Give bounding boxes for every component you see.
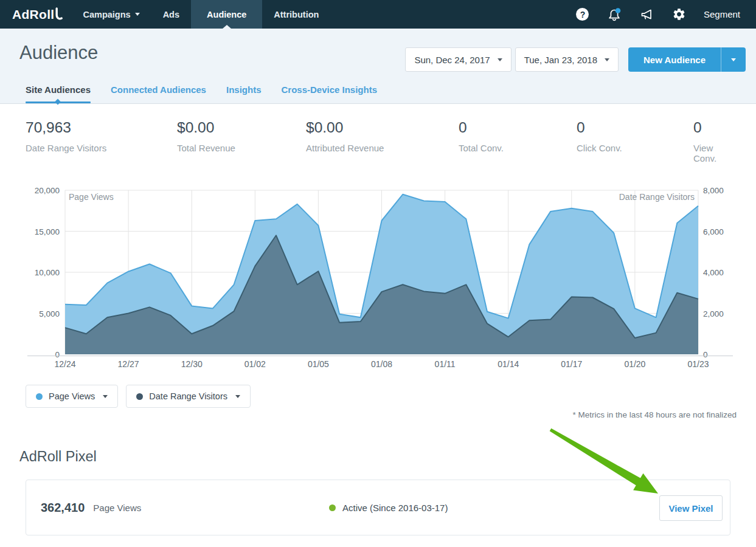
x-axis-tick: 01/14 (498, 359, 519, 369)
stat-label: View Conv. (693, 143, 737, 163)
y-axis-tick-left: 0 (55, 350, 60, 359)
stat-value: $0.00 (306, 119, 459, 136)
y-axis-tick-left: 15,000 (35, 227, 60, 236)
right-axis-title: Date Range Visitors (619, 192, 695, 202)
chevron-down-icon (235, 395, 240, 398)
nav-item-label: Ads (163, 10, 179, 19)
adroll-pixel-heading: AdRoll Pixel (19, 449, 97, 465)
notification-badge (616, 8, 621, 13)
active-status-dot-icon (329, 504, 336, 511)
x-axis-tick: 01/02 (244, 359, 266, 369)
announcements-megaphone-icon[interactable] (639, 7, 655, 22)
y-axis-tick-right: 2,000 (703, 309, 724, 318)
new-audience-dropdown-button[interactable] (721, 47, 746, 72)
stats-row: 70,963 Date Range Visitors $0.00 Total R… (0, 119, 756, 163)
stat-click-conv: 0 Click Conv. (577, 119, 693, 163)
stat-date-range-visitors: 70,963 Date Range Visitors (26, 119, 177, 163)
stat-label: Click Conv. (577, 143, 693, 153)
x-axis-tick: 01/20 (624, 359, 645, 369)
stat-total-revenue: $0.00 Total Revenue (177, 119, 306, 163)
nav-item-label: Attribution (274, 10, 319, 19)
legend-page-views[interactable]: Page Views (26, 385, 118, 408)
adroll-logo[interactable]: AdRoll (12, 0, 63, 29)
view-pixel-button[interactable]: View Pixel (659, 495, 723, 521)
adroll-logo-text: AdRoll (12, 7, 54, 22)
chart-legend: Page Views Date Range Visitors (26, 385, 251, 408)
x-axis-tick: 12/24 (54, 359, 75, 369)
x-axis-tick: 01/23 (687, 359, 709, 369)
chevron-down-icon (103, 395, 108, 398)
page-views-dot-icon (36, 393, 43, 400)
stat-value: $0.00 (177, 119, 306, 136)
metrics-footnote: * Metrics in the last 48 hours are not f… (573, 410, 737, 419)
tab-cross-device-insights[interactable]: Cross-Device Insights (281, 84, 377, 103)
stat-value: 0 (459, 119, 577, 136)
chevron-down-icon (498, 58, 502, 61)
legend-label: Page Views (49, 391, 95, 401)
y-axis-tick-right: 0 (703, 350, 708, 359)
nav-item-attribution[interactable]: Attribution (262, 0, 330, 29)
y-axis-tick-left: 5,000 (39, 309, 60, 318)
nav-right-group: ? Segment (575, 0, 740, 29)
date-range-visitors-dot-icon (136, 393, 143, 400)
end-date-select[interactable]: Tue, Jan 23, 2018 (515, 47, 619, 72)
stat-total-conv: 0 Total Conv. (459, 119, 577, 163)
stat-label: Total Conv. (459, 143, 577, 153)
notifications-bell-icon[interactable] (607, 7, 623, 22)
nav-item-ads[interactable]: Ads (151, 0, 191, 29)
new-audience-button[interactable]: New Audience (628, 47, 721, 72)
tabs: Site Audiences Connected Audiences Insig… (26, 84, 377, 103)
adroll-logo-hook-icon (55, 7, 63, 21)
area-chart: 005,0002,00010,0004,00015,0006,00020,000… (0, 181, 756, 376)
left-axis-title: Page Views (69, 192, 114, 202)
stat-value: 0 (577, 119, 693, 136)
stat-value: 0 (693, 119, 737, 136)
start-date-value: Sun, Dec 24, 2017 (414, 55, 490, 65)
help-icon[interactable]: ? (575, 7, 591, 22)
chevron-down-icon (605, 58, 609, 61)
page-header: Audience Sun, Dec 24, 2017 Tue, Jan 23, … (0, 29, 756, 104)
x-axis-tick: 01/05 (308, 359, 329, 369)
stat-value: 70,963 (26, 119, 177, 136)
stat-label: Total Revenue (177, 143, 306, 153)
y-axis-tick-left: 20,000 (35, 186, 60, 195)
settings-gear-icon[interactable] (671, 7, 687, 22)
page-title: Audience (19, 42, 98, 64)
top-nav: AdRoll Campaigns Ads Audience Attributio… (0, 0, 756, 29)
pixel-status-text: Active (Since 2016-03-17) (342, 503, 448, 513)
nav-item-label: Campaigns (83, 10, 130, 19)
stat-attributed-revenue: $0.00 Attributed Revenue (306, 119, 459, 163)
y-axis-tick-left: 10,000 (35, 268, 60, 277)
x-axis-tick: 01/11 (435, 359, 456, 369)
nav-item-campaigns[interactable]: Campaigns (71, 0, 151, 29)
y-axis-tick-right: 4,000 (703, 268, 724, 277)
x-axis-tick: 12/27 (118, 359, 139, 369)
x-axis-tick: 01/08 (371, 359, 392, 369)
stat-label: Date Range Visitors (26, 143, 177, 153)
stat-label: Attributed Revenue (306, 143, 459, 153)
nav-item-label: Audience (207, 10, 246, 19)
legend-date-range-visitors[interactable]: Date Range Visitors (126, 385, 251, 408)
tab-connected-audiences[interactable]: Connected Audiences (111, 84, 206, 103)
nav-item-audience[interactable]: Audience (191, 0, 262, 29)
legend-label: Date Range Visitors (149, 391, 227, 401)
pixel-page-views-value: 362,410 (41, 501, 85, 515)
tab-insights[interactable]: Insights (226, 84, 262, 103)
header-controls: Sun, Dec 24, 2017 Tue, Jan 23, 2018 New … (405, 47, 746, 72)
stat-view-conv: 0 View Conv. (693, 119, 737, 163)
y-axis-tick-right: 8,000 (703, 186, 724, 195)
chevron-down-icon (731, 58, 736, 61)
adroll-pixel-card: 362,410 Page Views Active (Since 2016-03… (26, 480, 730, 535)
chevron-down-icon (135, 13, 140, 16)
pixel-status: Active (Since 2016-03-17) (329, 503, 448, 513)
end-date-value: Tue, Jan 23, 2018 (524, 55, 597, 65)
x-axis-tick: 01/17 (561, 359, 582, 369)
x-axis-tick: 12/30 (181, 359, 203, 369)
new-audience-button-group: New Audience (628, 47, 746, 72)
tab-site-audiences[interactable]: Site Audiences (26, 84, 91, 103)
y-axis-tick-right: 6,000 (703, 227, 724, 236)
start-date-select[interactable]: Sun, Dec 24, 2017 (405, 47, 511, 72)
segment-menu[interactable]: Segment (704, 9, 740, 19)
pixel-page-views-label: Page Views (93, 503, 141, 513)
